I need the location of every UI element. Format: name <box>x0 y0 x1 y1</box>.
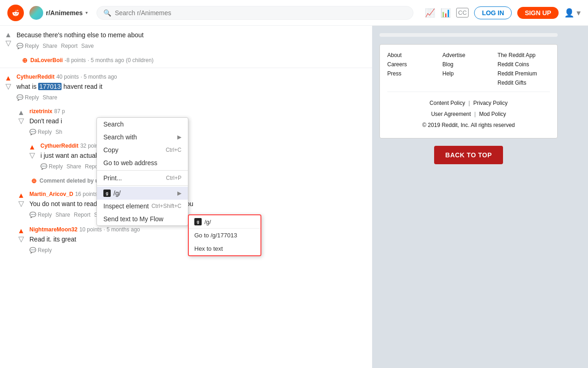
comment-body: CythuerReddit 32 points · 5 months ago i… <box>37 143 368 173</box>
footer-link-reddit-coins[interactable]: Reddit Coins <box>498 61 550 68</box>
upvote-button[interactable]: ▲ <box>5 31 12 39</box>
reddit-logo[interactable] <box>7 5 24 21</box>
comment-body: rizetrinix 87 p Don't read i 💬 Reply Sh <box>26 108 368 139</box>
comment-time: · 5 months ago <box>103 226 140 233</box>
vote-column: ▲ ▽ <box>4 74 13 104</box>
context-menu-go-to-web[interactable]: Go to web address <box>97 156 188 169</box>
trending-icon[interactable]: 📈 <box>425 8 435 18</box>
vote-column: ▲ ▽ <box>4 30 13 53</box>
share-button[interactable]: Share <box>43 43 57 49</box>
comment-text: Don't read i <box>29 116 368 126</box>
share-button[interactable]: Share <box>56 212 70 218</box>
policy-mod[interactable]: Mod Policy <box>479 111 506 117</box>
subreddit-avatar <box>29 6 43 20</box>
downvote-button[interactable]: ▽ <box>6 40 11 47</box>
back-to-top-button[interactable]: BACK TO TOP <box>434 146 503 164</box>
comment-text: what is 177013 havent read it <box>17 82 368 92</box>
downvote-button[interactable]: ▽ <box>18 236 24 243</box>
downvote-button[interactable]: ▽ <box>18 200 24 207</box>
highlighted-text: 177013 <box>38 83 62 90</box>
policy-user-agreement[interactable]: User Agreement <box>431 111 471 117</box>
comment-actions: 💬 Reply Sh <box>29 129 368 135</box>
reply-button[interactable]: 💬 Reply <box>40 163 63 170</box>
search-input[interactable] <box>115 9 407 17</box>
submenu-go-to[interactable]: Go to /g/177013 <box>189 229 260 242</box>
downvote-button[interactable]: ▽ <box>6 83 11 90</box>
context-menu-print[interactable]: Print... Ctrl+P <box>97 172 188 184</box>
vote-column: ▲ ▽ <box>17 226 26 257</box>
upvote-button[interactable]: ▲ <box>5 75 12 82</box>
subreddit-selector[interactable]: r/Animemes ▾ <box>29 6 88 20</box>
context-menu-search[interactable]: Search <box>97 118 188 131</box>
reply-button[interactable]: 💬 Reply <box>17 43 39 49</box>
footer-link-advertise[interactable]: Advertise <box>442 52 495 58</box>
policy-content[interactable]: Content Policy <box>430 100 465 106</box>
vote-column: ▲ ▽ <box>17 108 26 139</box>
comment-author[interactable]: NightmareMoon32 <box>29 226 78 233</box>
print-shortcut: Ctrl+P <box>166 175 181 181</box>
upvote-button[interactable]: ▲ <box>17 192 25 199</box>
header-icons: 📈 📊 CC <box>425 8 469 18</box>
share-button[interactable]: Share <box>67 163 81 170</box>
comment-author[interactable]: rizetrinix <box>29 108 52 115</box>
signup-button[interactable]: SIGN UP <box>517 7 559 19</box>
comment-meta: Martin_Aricov_D 16 points · 5 months ago <box>29 191 368 197</box>
footer-link-about[interactable]: About <box>387 52 440 58</box>
arrow-icon: ▶ <box>177 190 181 196</box>
comment-actions: 💬 Reply Share <box>17 94 368 101</box>
comment-body: ⊕ DaLoverBoii -8 points · 5 months ago (… <box>18 57 368 66</box>
context-submenu: g /g/ Go to /g/177013 Hex to text <box>188 214 261 256</box>
save-button[interactable]: Save <box>81 43 94 49</box>
upvote-button[interactable]: ▲ <box>17 109 25 116</box>
reply-button[interactable]: 💬 Reply <box>29 212 52 218</box>
context-menu-search-with[interactable]: Search with ▶ <box>97 131 188 144</box>
policy-privacy[interactable]: Privacy Policy <box>473 100 508 106</box>
comment-text: Because there's nothing else to meme abo… <box>17 30 368 40</box>
footer-link-reddit-premium[interactable]: Reddit Premium <box>498 70 550 77</box>
login-button[interactable]: LOG IN <box>474 6 512 19</box>
reply-button[interactable]: 💬 Reply <box>29 247 52 253</box>
comment-author[interactable]: CythuerReddit <box>17 74 55 80</box>
cc-icon[interactable]: CC <box>456 8 469 17</box>
comment-author[interactable]: Martin_Aricov_D <box>29 191 73 197</box>
context-menu-g-submenu[interactable]: g /g/ ▶ g /g/ Go to /g/177013 Hex to tex… <box>97 187 188 200</box>
reply-button[interactable]: 💬 Reply <box>29 129 52 135</box>
comment-text: i just want an actual answer <box>40 151 368 161</box>
downvote-button[interactable]: ▽ <box>18 117 24 125</box>
user-icon[interactable]: 👤 ▾ <box>564 8 581 18</box>
footer-link-reddit-app[interactable]: The Reddit App <box>498 52 550 58</box>
footer-link-careers[interactable]: Careers <box>387 61 440 68</box>
report-button[interactable]: Report <box>61 43 78 49</box>
report-button[interactable]: Report <box>74 212 90 218</box>
context-menu-inspect[interactable]: Inspect element Ctrl+Shift+C <box>97 200 188 213</box>
footer-link-press[interactable]: Press <box>387 70 440 77</box>
share-button[interactable]: Share <box>43 94 57 101</box>
footer-link-reddit-gifts[interactable]: Reddit Gifts <box>498 80 550 86</box>
footer-link-help[interactable]: Help <box>442 70 495 77</box>
comment-author[interactable]: DaLoverBoii <box>30 57 63 63</box>
footer-link-blog[interactable]: Blog <box>442 61 495 68</box>
context-menu-send-flow[interactable]: Send text to My Flow <box>97 213 188 225</box>
share-button[interactable]: Sh <box>56 129 62 135</box>
search-bar: 🔍 <box>96 6 413 20</box>
downvote-button[interactable]: ▽ <box>29 152 35 159</box>
arrow-icon: ▶ <box>177 134 181 140</box>
comment-time: · 5 months ago <box>88 57 124 63</box>
comment-body: ⊕ Comment deleted by user 5 months ago (… <box>28 177 368 186</box>
comment-body: CythuerReddit 40 points · 5 months ago w… <box>13 74 368 104</box>
comment-children: (0 children) <box>126 57 153 63</box>
context-menu-copy[interactable]: Copy Ctrl+C <box>97 144 188 156</box>
list-item: ▲ ▽ CythuerReddit 40 points · 5 months a… <box>0 68 372 104</box>
search-icon: 🔍 <box>103 9 111 17</box>
vote-column: ▲ ▽ <box>17 191 26 222</box>
chart-icon[interactable]: 📊 <box>441 8 451 18</box>
submenu-hex-to-text[interactable]: Hex to text <box>189 242 260 255</box>
upvote-button[interactable]: ▲ <box>28 144 36 151</box>
reply-icon: 💬 <box>17 94 23 101</box>
comment-author[interactable]: CythuerReddit <box>40 143 79 149</box>
reply-button[interactable]: 💬 Reply <box>17 94 39 101</box>
upvote-button[interactable]: ▲ <box>17 227 25 235</box>
sidebar-search-bar <box>379 33 558 37</box>
list-item: ▲ ▽ Because there's nothing else to meme… <box>0 26 372 53</box>
reply-icon: 💬 <box>29 212 36 218</box>
